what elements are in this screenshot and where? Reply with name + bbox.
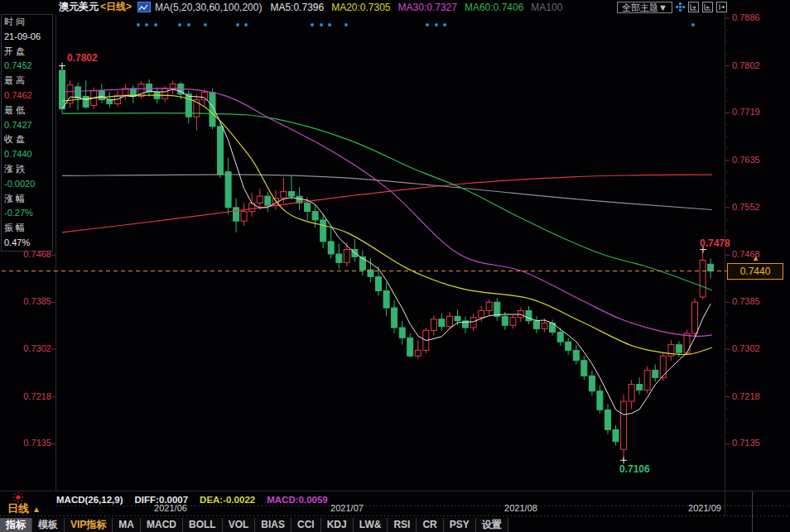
price-annotation: 0.7106 bbox=[619, 463, 650, 475]
triangle-up-icon: ▲ bbox=[32, 505, 41, 514]
quote-sidebar: 时 间21-09-06开 盘0.7452最 高0.7462最 低0.7427收 … bbox=[1, 14, 53, 252]
macd-indicator-row: MACD(26,12,9) DIFF:0.0007DEA:-0.0022MACD… bbox=[56, 495, 340, 507]
quote-field-value: 0.47% bbox=[2, 236, 52, 251]
quote-field-value: -0.27% bbox=[2, 206, 52, 221]
toolbar-item-设置[interactable]: 设置 bbox=[476, 518, 508, 532]
toolbar-item-rsi[interactable]: RSI bbox=[388, 518, 417, 532]
quote-field-label: 开 盘 bbox=[2, 45, 52, 60]
trading-app-window: 澳元美元 <日线> MA(5,20,30,60,100,200) MA5:0.7… bbox=[0, 0, 790, 532]
current-price-badge: 0.7440 bbox=[727, 263, 783, 280]
macd-formula-label: MACD(26,12,9) bbox=[56, 495, 123, 507]
ma-values: MA5:0.7396MA20:0.7305MA30:0.7327MA60:0.7… bbox=[270, 2, 570, 13]
macd-value-label: DEA:-0.0022 bbox=[200, 495, 255, 507]
quote-field-label: 振 幅 bbox=[2, 221, 52, 236]
quote-field-value: -0.0020 bbox=[2, 177, 52, 192]
price-axis-label: 0.7719 bbox=[732, 107, 760, 117]
quote-field-label: 时 间 bbox=[2, 15, 52, 30]
price-axis-label: 0.7468 bbox=[2, 249, 51, 259]
macd-value-label: MACD:0.0059 bbox=[267, 495, 328, 507]
price-axis-label: 0.7886 bbox=[732, 12, 760, 22]
price-axis-label: 0.7385 bbox=[732, 296, 760, 306]
expand-axis-icon[interactable] bbox=[702, 2, 713, 12]
toolbar-item-vip指标[interactable]: VIP指标 bbox=[65, 518, 113, 532]
toolbar-item-vol[interactable]: VOL bbox=[223, 518, 256, 532]
toolbar-item-cci[interactable]: CCI bbox=[291, 518, 321, 532]
toolbar-item-模板[interactable]: 模板 bbox=[32, 518, 65, 532]
price-annotation: 0.7802 bbox=[67, 52, 98, 64]
quote-field-label: 收 盘 bbox=[2, 132, 52, 147]
quote-field-label: 涨 跌 bbox=[2, 162, 52, 177]
move-chart-icon[interactable] bbox=[676, 2, 685, 12]
price-axis-label: 0.7218 bbox=[2, 391, 51, 401]
ma-value-label: MA5:0.7396 bbox=[270, 2, 324, 13]
toolbar-item-boll[interactable]: BOLL bbox=[183, 518, 223, 532]
period-indicator[interactable]: <日线> bbox=[100, 0, 132, 14]
toolbar-item-ma[interactable]: MA bbox=[113, 518, 141, 532]
quote-field-value: 0.7440 bbox=[2, 147, 52, 162]
price-axis-label: 0.7302 bbox=[2, 343, 51, 353]
quote-field-value: 21-09-06 bbox=[2, 30, 52, 45]
price-axis-label: 0.7385 bbox=[2, 296, 51, 306]
header-bar: 澳元美元 <日线> MA(5,20,30,60,100,200) MA5:0.7… bbox=[0, 0, 790, 14]
toolbar-item-kdj[interactable]: KDJ bbox=[321, 518, 354, 532]
quote-field-label: 涨 幅 bbox=[2, 192, 52, 207]
toolbar-item-cr[interactable]: CR bbox=[417, 518, 443, 532]
pan-right-icon[interactable] bbox=[716, 2, 727, 12]
price-axis-label: 0.7218 bbox=[732, 391, 760, 401]
toolbar-item-指标[interactable]: 指标 bbox=[0, 518, 32, 532]
period-selector[interactable]: 日线▲ bbox=[7, 501, 41, 516]
toolbar-item-bias[interactable]: BIAS bbox=[255, 518, 291, 532]
price-axis-label: 0.7552 bbox=[732, 202, 760, 212]
price-axis-label: 0.7802 bbox=[732, 60, 760, 70]
macd-value-label: DIFF:0.0007 bbox=[135, 495, 189, 507]
quote-field-label: 最 低 bbox=[2, 103, 52, 118]
theme-select-button[interactable]: 全部主题▼ bbox=[617, 2, 672, 13]
price-axis-label: 0.7302 bbox=[732, 343, 760, 353]
price-axis-label: 0.7135 bbox=[2, 438, 51, 448]
ma-value-label: MA20:0.7305 bbox=[331, 2, 390, 13]
ma-settings-label: MA(5,20,30,60,100,200) bbox=[155, 2, 262, 13]
quote-field-value: 0.7427 bbox=[2, 118, 52, 133]
toolbar-item-lw&[interactable]: LW& bbox=[354, 518, 388, 532]
symbol-title: 澳元美元 bbox=[59, 0, 99, 14]
date-axis-label: 2021/09 bbox=[680, 503, 730, 513]
indicator-toolbar: 指标模板VIP指标MAMACDBOLLVOLBIASCCIKDJLW&RSICR… bbox=[0, 518, 508, 532]
toolbar-item-macd[interactable]: MACD bbox=[141, 518, 183, 532]
date-axis-label: 2021/08 bbox=[496, 503, 546, 513]
quote-field-label: 最 高 bbox=[2, 74, 52, 89]
quote-field-value: 0.7462 bbox=[2, 89, 52, 103]
price-axis-label: 0.7135 bbox=[732, 438, 760, 448]
kline-chart-icon bbox=[137, 2, 151, 12]
price-up-arrow-icon: ▲ bbox=[752, 254, 759, 262]
price-annotation: 0.7478 bbox=[700, 237, 730, 249]
ma-value-label: MA60:0.7406 bbox=[465, 2, 523, 13]
price-axis-label: 0.7635 bbox=[732, 155, 760, 165]
toolbar-item-psy[interactable]: PSY bbox=[444, 518, 476, 532]
quote-field-value: 0.7452 bbox=[2, 59, 52, 74]
ma-value-label: MA100 bbox=[531, 2, 562, 13]
compress-axis-icon[interactable] bbox=[688, 2, 699, 12]
period-label: 日线 bbox=[7, 502, 29, 515]
ma-value-label: MA30:0.7327 bbox=[398, 2, 457, 13]
